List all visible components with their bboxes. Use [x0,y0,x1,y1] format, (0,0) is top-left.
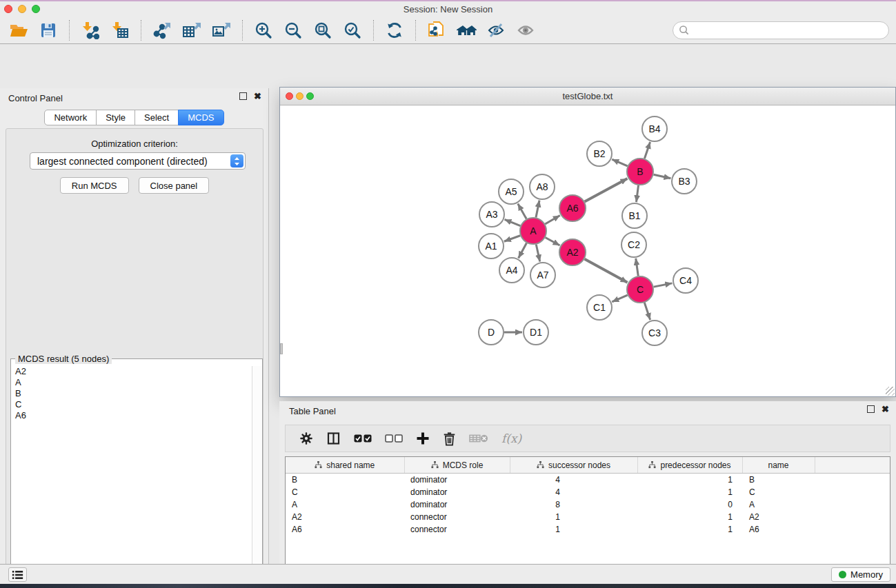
cell-mcds-role[interactable]: dominator [404,474,510,487]
cell-predecessor-nodes[interactable]: 1 [637,486,742,498]
graph-node-B1[interactable]: B1 [622,203,647,228]
graph-edge-A-A3[interactable] [505,219,521,225]
task-history-button[interactable] [8,567,27,582]
graph-node-C1[interactable]: C1 [587,295,612,320]
result-item[interactable]: A [15,377,252,388]
graph-node-C3[interactable]: C3 [642,321,667,345]
cell-shared-name[interactable]: A [286,498,404,511]
graph-node-D1[interactable]: D1 [524,320,548,345]
table-row[interactable]: Adominator80A [286,498,890,511]
run-mcds-button[interactable]: Run MCDS [60,177,129,194]
cell-name[interactable]: A6 [742,523,815,536]
tab-network[interactable]: Network [44,110,97,125]
graph-edge-B-B1[interactable] [636,185,638,202]
result-item[interactable]: C [15,399,252,410]
graph-edge-A6-B[interactable] [585,179,628,201]
cell-shared-name[interactable]: B [286,474,404,487]
graph-edge-A-A4[interactable] [519,243,527,258]
graph-node-A5[interactable]: A5 [499,179,524,204]
splitter-grip[interactable] [280,343,283,354]
add-row-icon[interactable] [416,432,430,445]
table-row[interactable]: Cdominator41C [286,486,890,498]
cell-successor-nodes[interactable]: 1 [510,523,637,536]
search-box[interactable] [673,21,889,39]
graph-edge-A-A2[interactable] [546,238,560,245]
graph-edge-A-A8[interactable] [536,201,539,218]
close-table-panel-icon[interactable]: ✖ [882,405,889,413]
home-button[interactable] [455,19,478,41]
graph-node-B4[interactable]: B4 [642,116,667,141]
cell-mcds-role[interactable]: dominator [404,498,510,511]
open-file-button[interactable] [7,19,30,41]
cell-mcds-role[interactable]: connector [404,523,510,536]
tab-mcds[interactable]: MCDS [178,110,223,125]
graph-edge-B-B3[interactable] [654,174,671,178]
network-window-titlebar[interactable]: testGlobe.txt [280,88,895,105]
graph-edge-A-A6[interactable] [545,216,560,224]
close-panel-button[interactable]: Close panel [139,177,210,194]
cell-predecessor-nodes[interactable]: 1 [637,523,742,536]
show-hide-graphics-details-button[interactable] [484,19,508,41]
float-panel-icon[interactable] [239,92,247,100]
zoom-selected-button[interactable] [341,19,364,41]
graph-node-B3[interactable]: B3 [672,169,697,194]
select-all-icon[interactable] [354,434,372,443]
graph-node-A6[interactable]: A6 [559,195,586,221]
new-network-from-file-button[interactable] [425,19,448,41]
close-panel-icon[interactable]: ✖ [254,92,261,100]
result-item[interactable]: A2 [15,366,252,377]
graph-node-C[interactable]: C [627,276,653,303]
export-network-button[interactable] [150,19,174,41]
cell-predecessor-nodes[interactable]: 1 [637,511,742,523]
graph-node-A7[interactable]: A7 [530,263,555,287]
column-header-mcds-role[interactable]: MCDS role [404,457,510,474]
cell-mcds-role[interactable]: dominator [404,486,510,498]
network-graph[interactable]: AA1A2A3A4A5A6A7A8BB1B2B3B4CC1C2C3C4DD1 [280,105,895,396]
graph-node-C2[interactable]: C2 [621,232,646,257]
cell-predecessor-nodes[interactable]: 0 [637,498,742,511]
graph-node-A3[interactable]: A3 [479,202,504,227]
graph-node-A1[interactable]: A1 [479,234,504,258]
graph-edge-C-C1[interactable] [612,295,627,302]
tab-select[interactable]: Select [135,110,179,125]
graph-edge-C-C4[interactable] [654,283,673,287]
cell-name[interactable]: A2 [742,511,815,523]
result-scrollbar[interactable] [252,366,261,588]
cell-shared-name[interactable]: A6 [286,523,404,536]
table-row[interactable]: A2connector11A2 [286,511,890,523]
zoom-fit-button[interactable] [311,19,335,41]
graph-node-A8[interactable]: A8 [530,174,555,199]
memory-button[interactable]: Memory [831,567,890,582]
settings-gear-icon[interactable] [299,432,313,445]
graph-edge-C-C2[interactable] [636,258,639,276]
tab-style[interactable]: Style [96,110,135,125]
result-item[interactable]: B [15,388,252,399]
column-header-predecessor-nodes[interactable]: predecessor nodes [637,457,742,474]
cell-predecessor-nodes[interactable]: 1 [637,474,742,487]
cell-shared-name[interactable]: A2 [286,511,404,523]
float-table-panel-icon[interactable] [867,405,875,413]
graph-node-B[interactable]: B [627,159,653,185]
cell-successor-nodes[interactable]: 8 [510,498,637,511]
graph-edge-A-A5[interactable] [518,203,526,219]
refresh-layout-button[interactable] [383,19,406,41]
table-row[interactable]: A6connector11A6 [286,523,890,536]
table-row[interactable]: Bdominator41B [286,474,890,487]
cell-shared-name[interactable]: C [286,486,404,498]
export-image-button[interactable] [210,19,233,41]
graph-edge-A-A7[interactable] [536,245,539,262]
cell-mcds-role[interactable]: connector [404,511,510,523]
graph-node-A[interactable]: A [520,218,546,244]
graph-node-D[interactable]: D [479,320,504,345]
cell-successor-nodes[interactable]: 4 [510,474,637,487]
deselect-all-icon[interactable] [385,434,403,443]
graph-node-B2[interactable]: B2 [587,141,612,166]
search-input[interactable] [689,24,883,36]
graph-edge-B-B4[interactable] [644,142,650,159]
zoom-out-button[interactable] [281,19,305,41]
result-item[interactable]: A6 [15,410,252,421]
cell-name[interactable]: A [742,498,815,511]
graph-edge-B-B2[interactable] [612,159,627,166]
export-table-button[interactable] [180,19,203,41]
cell-successor-nodes[interactable]: 4 [510,486,637,498]
